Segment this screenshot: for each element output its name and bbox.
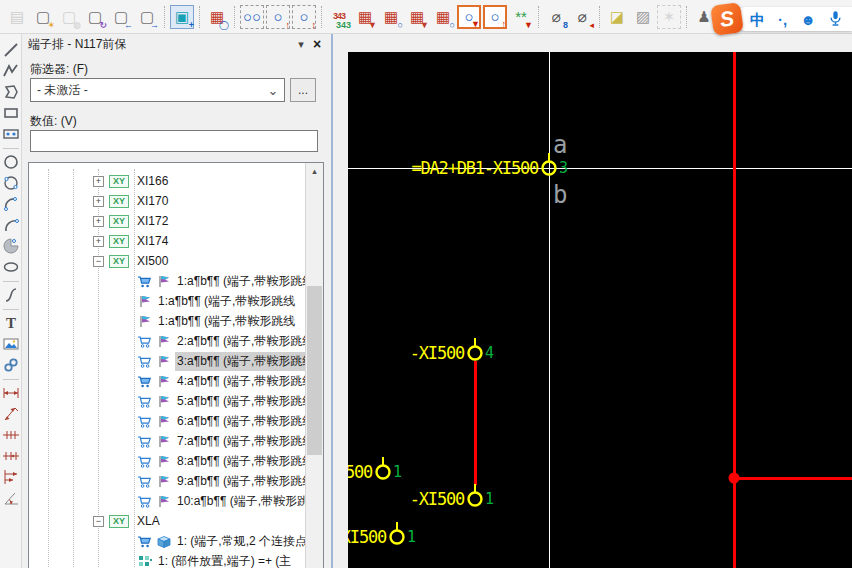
renumber-terminals-icon[interactable]: 343343 (327, 5, 351, 29)
filter-table-red-icon-badge: ▼ (368, 21, 377, 30)
terminal-pin-both-icon[interactable]: ○↕ (292, 5, 316, 29)
collapse-toggle-icon[interactable]: − (93, 256, 104, 267)
tree-item[interactable]: 5:a¶b¶¶ (端子,带鞍形跳线 (29, 391, 306, 411)
filter-table-blue-icon[interactable]: ▦○ (431, 5, 455, 29)
tree-item[interactable]: 1: (端子,常规,2 个连接点 (29, 531, 306, 551)
draw-image-icon[interactable] (1, 334, 21, 354)
tree-item[interactable]: 10:a¶b¶¶ (端子,带鞍形跳线 (29, 491, 306, 511)
draw-rectangle-icon[interactable] (1, 103, 21, 123)
terminal-funnel-toggle-icon[interactable]: ○▼ (457, 5, 481, 29)
draw-circle-icon[interactable] (1, 152, 21, 172)
toolbar-separator (538, 6, 539, 28)
page-macro-icon[interactable]: ▢↻ (83, 5, 107, 29)
draw-dim-chain-icon[interactable] (1, 425, 21, 445)
terminal-arrow-toggle-icon-glyph: ○ (490, 9, 499, 24)
scrollbar-thumb[interactable] (307, 286, 322, 455)
draw-line-icon[interactable] (1, 40, 21, 60)
ime-punct-toggle[interactable]: ·, (778, 12, 787, 27)
symbol-multi-icon[interactable]: ⌀8 (544, 5, 568, 29)
draw-polyline-icon[interactable] (1, 61, 21, 81)
draw-circle-2pt-icon[interactable] (1, 173, 21, 193)
filter-table-red-icon[interactable]: ▦▼ (353, 5, 377, 29)
draw-text-icon[interactable]: T (1, 313, 21, 333)
tree-item[interactable]: 3:a¶b¶¶ (端子,带鞍形跳线 (29, 351, 306, 371)
draw-polygon-icon[interactable] (1, 82, 21, 102)
tree-item[interactable]: 2:a¶b¶¶ (端子,带鞍形跳线 (29, 331, 306, 351)
tree-item[interactable]: 6:a¶b¶¶ (端子,带鞍形跳线 (29, 411, 306, 431)
cube-icon (156, 534, 172, 549)
draw-sector-icon[interactable] (1, 236, 21, 256)
filter-table-red2-icon[interactable]: ▦▼ (405, 5, 429, 29)
collapse-toggle-icon[interactable]: − (93, 516, 104, 527)
tree-group-XI172[interactable]: +XYXI172 (29, 211, 306, 231)
terminal-pin-top-icon[interactable]: ○↑ (266, 5, 290, 29)
tree-scrollbar[interactable]: ▴ (305, 163, 323, 568)
terminal-arrow-toggle-icon[interactable]: ○↑ (483, 5, 507, 29)
insert-terminal-strip-icon[interactable]: ▣+ (170, 5, 194, 29)
expand-toggle-icon[interactable]: + (93, 196, 104, 207)
terminal-strip-navigator-icon[interactable]: ▦◯ (205, 5, 229, 29)
ime-emoji-icon[interactable]: ☻ (800, 12, 816, 27)
tree-group-XLA[interactable]: −XYXLA (29, 511, 306, 531)
value-input[interactable] (30, 130, 318, 152)
paste-page-icon[interactable]: ▢◍ (57, 5, 81, 29)
corner-fill-icon[interactable]: ◪ (605, 5, 629, 29)
new-page-icon[interactable]: ▢✶ (31, 5, 55, 29)
draw-dim-angle-icon[interactable] (1, 488, 21, 508)
tree-item[interactable]: 1:a¶b¶¶ (端子,带鞍形跳线 (29, 311, 306, 331)
draw-rect-handles-icon[interactable] (1, 124, 21, 144)
tree-group-XI500[interactable]: −XYXI500 (29, 251, 306, 271)
page-forward-icon[interactable]: ▢→ (135, 5, 159, 29)
tree-group-XI166[interactable]: +XYXI166 (29, 171, 306, 191)
jumper-filter-icon[interactable]: **▼ (509, 5, 533, 29)
copy-pages-icon[interactable]: ▤ (5, 5, 29, 29)
cart-filled-icon (137, 274, 153, 289)
panel-close-icon[interactable]: × (309, 36, 325, 52)
terminal-symbol (377, 466, 390, 479)
page-back-icon[interactable]: ▢← (109, 5, 133, 29)
filter-dropdown[interactable]: - 未激活 - ⌄ (30, 78, 285, 102)
draw-link-icon[interactable] (1, 355, 21, 375)
item-label: 1: (部件放置,端子) =+ (主 (156, 552, 293, 568)
tree-group-XI170[interactable]: +XYXI170 (29, 191, 306, 211)
tree-item[interactable]: 8:a¶b¶¶ (端子,带鞍形跳线 (29, 451, 306, 471)
tree-item[interactable]: 1:a¶b¶¶ (端子,带鞍形跳线 (29, 291, 306, 311)
tree-item[interactable]: 9:a¶b¶¶ (端子,带鞍形跳线 (29, 471, 306, 491)
flag-icon (156, 334, 172, 349)
draw-dim-linear-icon[interactable] (1, 383, 21, 403)
panel-collapse-icon[interactable]: ▾ (293, 38, 309, 51)
wire-junction-dot (729, 473, 740, 484)
expand-toggle-icon[interactable]: + (93, 176, 104, 187)
tree-item[interactable]: 1:a¶b¶¶ (端子,带鞍形跳线 (29, 271, 306, 291)
toolbar-separator (3, 379, 19, 380)
flag-icon (156, 414, 172, 429)
draw-spline-icon[interactable] (1, 285, 21, 305)
schematic-canvas[interactable]: =DA2+DB1-XI5003ab-XI5004-XI5001-XI5001-X… (348, 52, 852, 568)
hatch-fill-icon[interactable]: ▨ (631, 5, 655, 29)
draw-ellipse-icon[interactable] (1, 257, 21, 277)
expand-toggle-icon[interactable]: + (93, 216, 104, 227)
terminal-funnel-toggle-icon-badge: ▼ (471, 20, 480, 29)
filter-browse-button[interactable]: ... (290, 78, 316, 102)
ime-mode-toggle[interactable]: 中 (750, 12, 765, 27)
filter-table-circle-icon[interactable]: ▦○ (379, 5, 403, 29)
ime-mic-icon[interactable] (829, 10, 842, 29)
filter-label: 筛选器: (F) (30, 61, 88, 78)
tree-item[interactable]: 1: (部件放置,端子) =+ (主 (29, 551, 306, 568)
draw-dim-baseline-icon[interactable] (1, 467, 21, 487)
draw-dim-aligned-icon[interactable] (1, 404, 21, 424)
draw-dim-chain2-icon[interactable] (1, 446, 21, 466)
scroll-up-icon[interactable]: ▴ (306, 163, 323, 179)
place-terminals-icon[interactable]: ○○ (240, 5, 264, 29)
filter-table-blue-icon-glyph: ▦ (436, 9, 450, 24)
symbol-single-icon[interactable]: ⌀◂ (570, 5, 594, 29)
expand-toggle-icon[interactable]: + (93, 236, 104, 247)
tree-group-XI174[interactable]: +XYXI174 (29, 231, 306, 251)
tree-item[interactable]: 4:a¶b¶¶ (端子,带鞍形跳线 (29, 371, 306, 391)
star-dashed-icon[interactable]: ✶ (657, 5, 681, 29)
symbol-multi-icon-glyph: ⌀ (551, 9, 560, 24)
draw-arc-icon[interactable] (1, 215, 21, 235)
sogou-logo-icon[interactable]: S (710, 2, 744, 36)
draw-arc-3pt-icon[interactable] (1, 194, 21, 214)
tree-item[interactable]: 7:a¶b¶¶ (端子,带鞍形跳线 (29, 431, 306, 451)
